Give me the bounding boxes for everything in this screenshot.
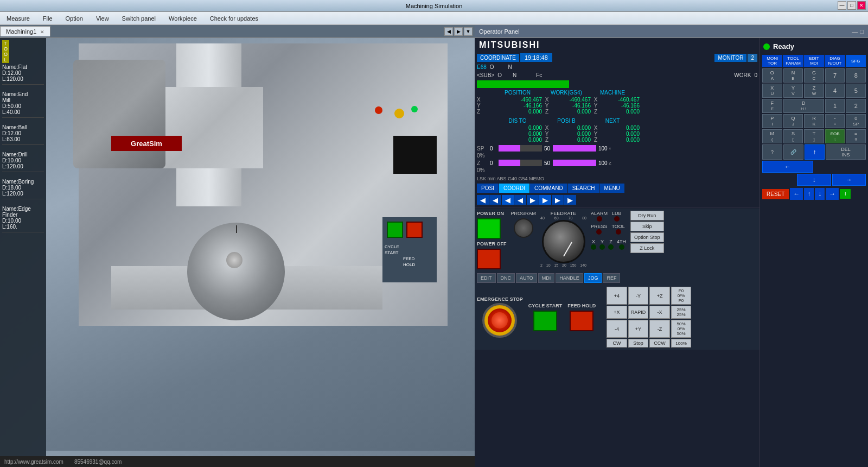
menu-switch-panel[interactable]: Switch panel bbox=[120, 14, 158, 23]
search-btn[interactable]: SEARCH bbox=[568, 184, 599, 193]
z-lock-btn[interactable]: Z Lock bbox=[630, 243, 664, 253]
kb-m-btn[interactable]: M( bbox=[762, 129, 782, 143]
feedrate-knob[interactable] bbox=[542, 220, 585, 263]
menu-btn[interactable]: MENU bbox=[599, 184, 624, 193]
kb-q-btn[interactable]: QJ bbox=[783, 114, 803, 128]
kb-up-btn[interactable]: ↑ bbox=[805, 144, 825, 160]
jog-stop[interactable]: Stop bbox=[628, 339, 649, 348]
jog-100pct[interactable]: 100% bbox=[671, 339, 692, 348]
menu-file[interactable]: File bbox=[41, 14, 55, 23]
kb-tab-monitor[interactable]: MONITOR bbox=[762, 55, 782, 67]
reset-left-btn[interactable]: ← bbox=[790, 188, 803, 200]
reset-btn[interactable]: RESET bbox=[762, 189, 789, 199]
kb-7-btn[interactable]: 7 bbox=[825, 68, 845, 83]
jog-plus-y[interactable]: +Y bbox=[628, 320, 649, 338]
kb-dh-btn[interactable]: DH ! bbox=[783, 99, 824, 113]
kb-s-btn[interactable]: S[ bbox=[783, 129, 803, 143]
kb-tab-sfg[interactable]: SFG bbox=[846, 55, 866, 67]
feed-hold-btn[interactable] bbox=[570, 311, 593, 331]
jog-cw[interactable]: CW bbox=[607, 339, 627, 348]
mdi-mode-btn[interactable]: MDI bbox=[538, 273, 555, 283]
option-stop-btn[interactable]: Option Stop bbox=[630, 232, 664, 242]
kb-o-btn[interactable]: OA bbox=[762, 68, 782, 83]
edit-mode-btn[interactable]: EDIT bbox=[477, 273, 496, 283]
ref-mode-btn[interactable]: REF bbox=[603, 273, 620, 283]
handwheel[interactable] bbox=[187, 223, 285, 320]
kb-g-btn[interactable]: GC bbox=[804, 68, 824, 83]
menu-option[interactable]: Option bbox=[63, 14, 85, 23]
kb-tab-tool-param[interactable]: TOOLPARAM bbox=[783, 55, 803, 67]
kb-link-btn[interactable]: 🔗 bbox=[783, 144, 803, 160]
jog-minus-y[interactable]: -Y bbox=[628, 287, 649, 305]
jog-minus-x[interactable]: -X bbox=[649, 306, 670, 319]
kb-right-btn[interactable]: → bbox=[832, 174, 866, 186]
jog-minus-z[interactable]: -Z bbox=[649, 320, 670, 338]
kb-8-btn[interactable]: 8 bbox=[846, 68, 866, 83]
nav-btn7[interactable]: ▶ bbox=[552, 195, 564, 205]
cycle-start-btn[interactable] bbox=[533, 311, 557, 331]
close-btn[interactable]: ✕ bbox=[857, 1, 866, 10]
kb-help-btn[interactable]: ? bbox=[762, 144, 782, 160]
minimize-btn[interactable]: — bbox=[838, 1, 846, 10]
kb-tab-diag[interactable]: DIAGN/OUT bbox=[825, 55, 845, 67]
kb-2-btn[interactable]: 2 bbox=[846, 99, 866, 113]
nav-left2-btn[interactable]: ◀ bbox=[489, 195, 501, 205]
kb-del-ins-btn[interactable]: DELINS bbox=[826, 144, 866, 160]
kb-tab-edit-mdi[interactable]: EDITMDI bbox=[804, 55, 824, 67]
jog-plus-x[interactable]: +X bbox=[607, 306, 627, 319]
jog-mode-btn[interactable]: JOG bbox=[584, 273, 602, 283]
skip-btn[interactable]: Skip bbox=[630, 222, 664, 231]
nav-btn5[interactable]: ▶ bbox=[527, 195, 539, 205]
kb-down-btn[interactable]: ↓ bbox=[797, 174, 831, 186]
kb-4-btn[interactable]: 4 bbox=[825, 84, 845, 98]
emg-stop-btn[interactable] bbox=[482, 303, 517, 338]
menu-measure[interactable]: Measure bbox=[4, 14, 32, 23]
kb-eob-btn[interactable]: EOB; bbox=[825, 129, 845, 143]
jog-plus4[interactable]: +4 bbox=[607, 287, 627, 305]
tab-machining1[interactable]: Machining1 ✕ bbox=[0, 26, 50, 36]
coordi-btn[interactable]: COORDI bbox=[499, 184, 529, 193]
jog-minus4[interactable]: -4 bbox=[607, 320, 627, 338]
command-btn[interactable]: COMMAND bbox=[530, 184, 567, 193]
reset-green-btn[interactable]: I bbox=[840, 189, 851, 199]
feed-hold-small[interactable] bbox=[406, 222, 423, 238]
panel-maximize[interactable]: □ bbox=[860, 28, 864, 35]
jog-50pct[interactable]: 50% 0/% 50% bbox=[671, 320, 692, 338]
jog-f0[interactable]: F0 0/% F0 bbox=[671, 287, 692, 305]
kb-5-btn[interactable]: 5 bbox=[846, 84, 866, 98]
kb-1-btn[interactable]: 1 bbox=[825, 99, 845, 113]
reset-down-btn[interactable]: ↓ bbox=[815, 188, 825, 200]
power-on-btn[interactable] bbox=[477, 218, 501, 239]
viewport-3d[interactable]: TOOL Name:Flat D:12.00 L:120.00 Name:End… bbox=[0, 38, 475, 467]
power-off-btn[interactable] bbox=[477, 249, 501, 269]
dnc-mode-btn[interactable]: DNC bbox=[497, 273, 515, 283]
kb-minus-btn[interactable]: -+ bbox=[825, 114, 845, 128]
nav-btn6[interactable]: ▶ bbox=[539, 195, 551, 205]
dry-run-btn[interactable]: Dry Run bbox=[630, 211, 664, 220]
kb-x-btn[interactable]: XU bbox=[762, 84, 782, 98]
reset-up-btn[interactable]: ↑ bbox=[804, 188, 814, 200]
program-knob[interactable] bbox=[514, 218, 533, 238]
tab-left-arrow[interactable]: ◀ bbox=[444, 27, 453, 36]
menu-view[interactable]: View bbox=[94, 14, 111, 23]
jog-ccw[interactable]: CCW bbox=[649, 339, 670, 348]
kb-eq-btn[interactable]: =# bbox=[846, 129, 866, 143]
menu-check-updates[interactable]: Check for updates bbox=[208, 14, 260, 23]
maximize-btn[interactable]: □ bbox=[847, 1, 856, 10]
jog-25pct[interactable]: 25% 25% bbox=[671, 306, 692, 319]
cycle-start-small[interactable] bbox=[387, 222, 403, 238]
nav-btn4[interactable]: ◀ bbox=[514, 195, 526, 205]
panel-minimize[interactable]: — bbox=[852, 28, 858, 35]
nav-btn3[interactable]: ◀ bbox=[502, 195, 514, 205]
tab-right-arrow[interactable]: ▶ bbox=[454, 27, 463, 36]
reset-right-btn[interactable]: → bbox=[826, 188, 839, 200]
tab-menu-arrow[interactable]: ▼ bbox=[464, 27, 473, 36]
kb-z-btn[interactable]: ZW bbox=[804, 84, 824, 98]
handle-mode-btn[interactable]: HANDLE bbox=[556, 273, 583, 283]
kb-f-btn[interactable]: FE bbox=[762, 99, 782, 113]
auto-mode-btn[interactable]: AUTO bbox=[516, 273, 537, 283]
kb-r-btn[interactable]: RK bbox=[804, 114, 824, 128]
nav-left-btn[interactable]: ◀ bbox=[477, 195, 489, 205]
kb-n-btn[interactable]: NB bbox=[783, 68, 803, 83]
nav-btn8[interactable]: ▶ bbox=[564, 195, 576, 205]
